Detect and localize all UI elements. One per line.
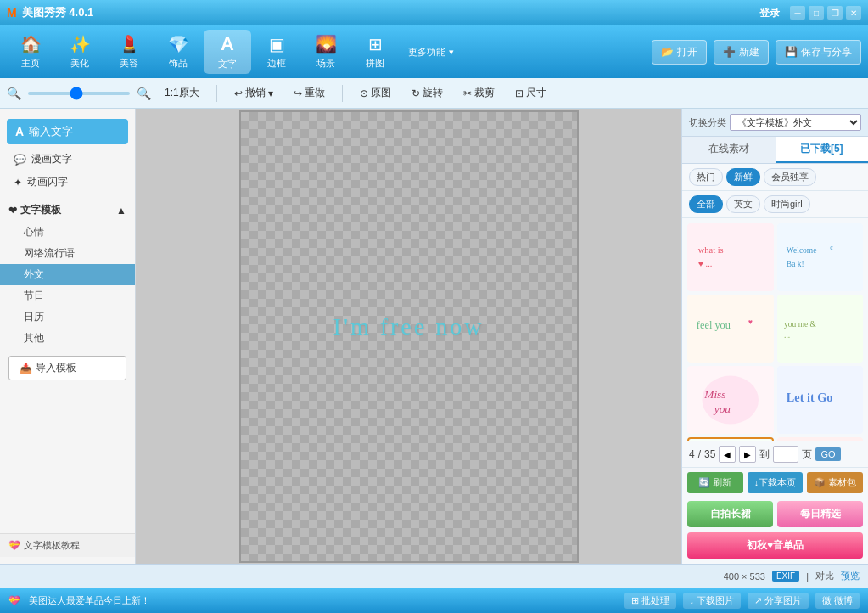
- tutorial-bar[interactable]: 💝 文字模板教程: [0, 533, 135, 557]
- sub-internet[interactable]: 网络流行语: [0, 243, 135, 264]
- zoom-slider[interactable]: [28, 92, 130, 95]
- page-input[interactable]: [773, 446, 798, 463]
- import-icon: 📥: [20, 363, 32, 374]
- tab-downloaded[interactable]: 已下载[5]: [776, 137, 869, 163]
- undo-arrow: ▾: [268, 87, 273, 99]
- promo-self-timer[interactable]: 自拍长裙: [687, 501, 773, 527]
- svg-text:what is: what is: [698, 245, 724, 255]
- sub-holiday[interactable]: 节日: [0, 285, 135, 306]
- sub-mood[interactable]: 心情: [0, 222, 135, 243]
- import-template-button[interactable]: 📥 导入模板: [8, 356, 126, 380]
- crop-icon: ✂: [463, 87, 472, 99]
- promo-autumn[interactable]: 初秋♥音单品: [687, 532, 863, 559]
- filter-english[interactable]: 英文: [726, 195, 760, 213]
- redo-button[interactable]: ↪ 重做: [287, 83, 332, 103]
- toolbar-scene[interactable]: 🌄 场景: [302, 30, 350, 74]
- rotate-button[interactable]: ↻ 旋转: [405, 83, 450, 103]
- classify-label: 切换分类: [689, 116, 726, 129]
- close-button[interactable]: ✕: [846, 6, 861, 20]
- compare-button[interactable]: 对比: [815, 570, 834, 582]
- text-template-header[interactable]: ❤ 文字模板 ▲: [0, 199, 135, 222]
- filter-fashion-label: 时尚girl: [771, 199, 803, 209]
- face-icon: 💄: [119, 34, 140, 54]
- comic-text-item[interactable]: 💬 漫画文字: [0, 148, 135, 171]
- filter-fresh[interactable]: 新鲜: [726, 168, 760, 186]
- filter-hot[interactable]: 热门: [689, 168, 723, 186]
- toolbar-home[interactable]: 🏠 主页: [7, 30, 54, 74]
- main-toolbar: 🏠 主页 ✨ 美化 💄 美容 💎 饰品 A 文字 ▣ 边框 🌄 场景 ⊞ 拼图 …: [0, 25, 868, 78]
- material-i-luv[interactable]: I LIV U ♥♥♥: [777, 437, 864, 441]
- save-icon: 💾: [785, 46, 798, 58]
- classify-select[interactable]: 《文字模板》外文: [730, 114, 861, 131]
- preview-button[interactable]: 预览: [841, 570, 860, 582]
- maximize-button[interactable]: □: [809, 6, 824, 20]
- toolbar-beauty[interactable]: ✨ 美化: [56, 30, 104, 74]
- material-welcome[interactable]: Welcome Ba k! c: [777, 223, 864, 291]
- sub-calendar[interactable]: 日历: [0, 306, 135, 328]
- toolbar-accessory[interactable]: 💎 饰品: [154, 30, 202, 74]
- tab-online-label: 在线素材: [708, 143, 749, 155]
- pagination-bar: 4 / 35 ◀ ▶ 到 页 GO: [682, 441, 868, 467]
- sub-foreign[interactable]: 外文: [0, 264, 135, 285]
- download-label: ↓下载本页: [754, 477, 797, 487]
- toolbar-text[interactable]: A 文字: [204, 30, 251, 74]
- material-miss-you[interactable]: Miss you: [687, 366, 774, 434]
- login-button[interactable]: 登录: [759, 6, 780, 20]
- classify-bar: 切换分类 《文字模板》外文: [682, 109, 868, 137]
- open-button[interactable]: 📂 打开: [652, 40, 707, 65]
- toolbar-border[interactable]: ▣ 边框: [253, 30, 300, 74]
- batch-button[interactable]: ⊞ 批处理: [624, 593, 676, 609]
- new-label: 新建: [739, 45, 759, 59]
- share-button[interactable]: ↗ 分享图片: [748, 593, 809, 609]
- toolbar-collage[interactable]: ⊞ 拼图: [351, 30, 399, 74]
- original-button[interactable]: ⊙ 原图: [353, 83, 398, 103]
- filter-fashion[interactable]: 时尚girl: [764, 195, 810, 213]
- weibo-label: 微博: [834, 594, 853, 607]
- material-feel-you[interactable]: feel you ♥: [687, 295, 774, 363]
- input-text-button[interactable]: A 输入文字: [7, 119, 128, 144]
- filter-bar-1: 热门 新鲜 会员独享: [682, 164, 868, 191]
- minimize-button[interactable]: ─: [790, 6, 805, 20]
- tab-downloaded-label: 已下载[5]: [800, 143, 843, 155]
- weibo-button[interactable]: 微 微博: [815, 593, 860, 609]
- canvas[interactable]: I'm free now: [239, 110, 579, 563]
- animated-text-item[interactable]: ✦ 动画闪字: [0, 171, 135, 194]
- page-next-button[interactable]: ▶: [739, 446, 756, 463]
- filter-vip[interactable]: 会员独享: [764, 168, 816, 186]
- download-img-button[interactable]: ↓ 下载图片: [683, 593, 742, 609]
- go-button[interactable]: GO: [815, 447, 840, 461]
- collapse-icon: ▲: [116, 205, 126, 217]
- material-im-free[interactable]: I'm free now: [687, 437, 774, 441]
- material-youme[interactable]: you me & ...: [777, 295, 864, 363]
- save-button[interactable]: 💾 保存与分享: [776, 40, 861, 65]
- download-page-button[interactable]: ↓下载本页: [748, 472, 804, 493]
- resize-button[interactable]: ⊡ 尺寸: [508, 83, 553, 103]
- tab-online[interactable]: 在线素材: [682, 137, 776, 163]
- zoom-actual-button[interactable]: 1:1原大: [158, 83, 206, 103]
- restore-button[interactable]: ❐: [827, 6, 843, 20]
- filter-fresh-label: 新鲜: [734, 172, 753, 182]
- separator-2: [342, 85, 343, 102]
- resize-label: 尺寸: [526, 86, 546, 100]
- material-let-it-go[interactable]: Let it Go: [777, 366, 864, 434]
- toolbar-more[interactable]: 更多功能 ▾: [400, 30, 462, 74]
- undo-label: 撤销: [245, 86, 266, 100]
- toolbar-more-label: 更多功能 ▾: [408, 46, 453, 59]
- crop-button[interactable]: ✂ 裁剪: [456, 83, 501, 103]
- foreign-label: 外文: [24, 267, 44, 282]
- filter-all[interactable]: 全部: [689, 195, 723, 213]
- refresh-button[interactable]: 🔄 刷新: [687, 472, 743, 493]
- undo-button[interactable]: ↩ 撤销 ▾: [227, 83, 280, 103]
- page-prev-button[interactable]: ◀: [719, 446, 736, 463]
- animated-text-label: 动画闪字: [27, 175, 68, 189]
- material-what-is[interactable]: what is ♥ ...: [687, 223, 774, 291]
- separator-pipe: |: [806, 571, 809, 582]
- redo-icon: ↪: [294, 87, 302, 99]
- new-button[interactable]: ➕ 新建: [714, 40, 769, 65]
- pack-button[interactable]: 📦 素材包: [807, 472, 863, 493]
- toolbar-face[interactable]: 💄 美容: [105, 30, 153, 74]
- promo-daily[interactable]: 每日精选: [777, 501, 863, 527]
- sub-other[interactable]: 其他: [0, 328, 135, 349]
- exif-badge[interactable]: EXIF: [772, 571, 799, 582]
- canvas-area: I'm free now: [136, 109, 681, 564]
